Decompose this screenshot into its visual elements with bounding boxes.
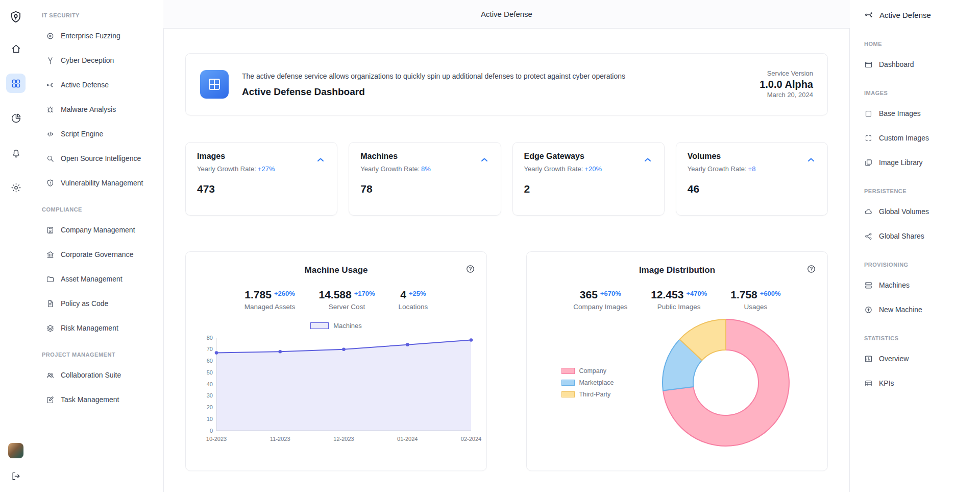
sidebar-item-enterprise-fuzzing[interactable]: Enterprise Fuzzing bbox=[42, 24, 159, 48]
rb-item-machines[interactable]: Machines bbox=[864, 273, 975, 297]
sidebar-item-label: Asset Management bbox=[61, 275, 122, 283]
section-title: PROJECT MANAGEMENT bbox=[42, 346, 159, 363]
sidebar-item-company-management[interactable]: Company Management bbox=[42, 218, 159, 242]
section-title: HOME bbox=[864, 36, 975, 52]
stat-card-title: Images bbox=[197, 152, 326, 161]
sidebar-item-malware-analysis[interactable]: Malware Analysis bbox=[42, 97, 159, 122]
sidebar-item-task-management[interactable]: Task Management bbox=[42, 387, 159, 412]
rb-item-label: Machines bbox=[879, 281, 910, 289]
legend-item-company[interactable]: Company bbox=[561, 367, 614, 374]
rb-item-custom-images[interactable]: Custom Images bbox=[864, 126, 975, 150]
machine-usage-line-chart: 0102030405060708010-202311-202312-202301… bbox=[198, 335, 474, 444]
stat-growth: Yearly Growth Rate:+20% bbox=[524, 165, 653, 173]
section-title: STATISTICS bbox=[864, 330, 975, 346]
sidebar-item-corporate-governance[interactable]: Corporate Governance bbox=[42, 242, 159, 267]
chart-stat-managed-assets: 1.785+260% Managed Assets bbox=[244, 289, 296, 311]
rb-item-base-images[interactable]: Base Images bbox=[864, 101, 975, 126]
user-avatar[interactable] bbox=[8, 443, 23, 458]
stat-growth-value: +20% bbox=[584, 165, 602, 173]
sidebar-item-script-engine[interactable]: Script Engine bbox=[42, 122, 159, 146]
rb-item-dashboard[interactable]: Dashboard bbox=[864, 52, 975, 77]
help-button[interactable] bbox=[806, 264, 816, 274]
policy-document-icon bbox=[46, 299, 55, 308]
svg-text:60: 60 bbox=[207, 358, 213, 364]
rb-item-overview[interactable]: Overview bbox=[864, 346, 975, 371]
stat-value: 1.785 bbox=[244, 289, 272, 301]
sidebar-item-label: Script Engine bbox=[61, 130, 103, 138]
legend-swatch bbox=[561, 391, 575, 397]
rb-item-label: New Machine bbox=[879, 306, 922, 314]
sidebar-item-open-source-intelligence[interactable]: Open Source Intelligence bbox=[42, 146, 159, 171]
sidebar-item-vulnerability-management[interactable]: Vulnerability Management bbox=[42, 171, 159, 195]
base-image-icon bbox=[864, 109, 873, 118]
chevron-up-icon bbox=[642, 155, 654, 165]
icon-rail bbox=[0, 0, 32, 492]
app-logo[interactable] bbox=[6, 7, 26, 27]
legend-item-third-party[interactable]: Third-Party bbox=[561, 391, 614, 398]
rail-settings-button[interactable] bbox=[6, 178, 26, 197]
sidebar-item-risk-management[interactable]: Risk Management bbox=[42, 316, 159, 340]
rail-notifications-button[interactable] bbox=[6, 143, 26, 162]
stat-value: 473 bbox=[197, 183, 326, 195]
rb-section-provisioning: PROVISIONING Machines New Machine bbox=[864, 256, 975, 322]
stat-label: Server Cost bbox=[318, 303, 375, 311]
sidebar-item-label: Company Management bbox=[61, 226, 135, 234]
image-library-icon bbox=[864, 158, 873, 167]
rail-home-button[interactable] bbox=[6, 39, 26, 58]
dashboard-grid-icon bbox=[207, 77, 222, 92]
rb-item-label: Image Library bbox=[879, 158, 923, 167]
legend-item-marketplace[interactable]: Marketplace bbox=[561, 379, 614, 386]
legend-label: Company bbox=[579, 367, 606, 374]
rb-item-label: Base Images bbox=[879, 109, 921, 118]
logout-button[interactable] bbox=[6, 466, 26, 486]
stat-label: Public Images bbox=[651, 303, 707, 311]
service-banner-badge bbox=[200, 70, 229, 99]
app-logo-icon bbox=[9, 10, 22, 24]
sidebar-item-policy-as-code[interactable]: Policy as Code bbox=[42, 291, 159, 316]
sidebar-item-asset-management[interactable]: Asset Management bbox=[42, 267, 159, 291]
service-banner-text: The active defense service allows organi… bbox=[242, 71, 746, 98]
page-title: Active Defense bbox=[481, 10, 532, 18]
main-header: Active Defense bbox=[163, 0, 850, 28]
stat-growth: Yearly Growth Rate:+27% bbox=[197, 165, 326, 173]
svg-text:02-2024: 02-2024 bbox=[461, 436, 481, 442]
sidebar-item-cyber-deception[interactable]: Cyber Deception bbox=[42, 48, 159, 73]
stat-collapse-button[interactable] bbox=[478, 155, 491, 165]
sidebar-item-collaboration-suite[interactable]: Collaboration Suite bbox=[42, 363, 159, 387]
stat-card-title: Volumes bbox=[688, 152, 816, 161]
company-building-icon bbox=[46, 226, 55, 235]
line-legend-machines[interactable]: Machines bbox=[198, 322, 474, 330]
stat-growth-label: Yearly Growth Rate: bbox=[197, 165, 256, 173]
global-shares-icon bbox=[864, 232, 873, 241]
rb-item-global-volumes[interactable]: Global Volumes bbox=[864, 199, 975, 224]
stat-value: 12.453 bbox=[651, 289, 683, 301]
stat-growth: Yearly Growth Rate:8% bbox=[360, 165, 489, 173]
help-button[interactable] bbox=[465, 264, 475, 274]
home-icon bbox=[11, 43, 21, 54]
content-panel: The active defense service allows organi… bbox=[163, 28, 850, 492]
sidebar-item-label: Vulnerability Management bbox=[61, 179, 143, 187]
rb-item-image-library[interactable]: Image Library bbox=[864, 150, 975, 175]
svg-text:50: 50 bbox=[207, 369, 213, 376]
legend-label: Marketplace bbox=[579, 379, 614, 386]
rb-item-kpis[interactable]: KPIs bbox=[864, 371, 975, 395]
stat-collapse-button[interactable] bbox=[314, 155, 327, 165]
stat-collapse-button[interactable] bbox=[805, 155, 817, 165]
section-title: PROVISIONING bbox=[864, 256, 975, 273]
stat-delta: +260% bbox=[274, 290, 295, 297]
rb-item-new-machine[interactable]: New Machine bbox=[864, 297, 975, 322]
sidebar-item-active-defense[interactable]: Active Defense bbox=[42, 73, 159, 97]
rail-apps-button[interactable] bbox=[6, 74, 26, 93]
rb-section-home: HOME Dashboard bbox=[864, 36, 975, 77]
stat-growth-label: Yearly Growth Rate: bbox=[360, 165, 420, 173]
sidebar-section-it-security: IT SECURITY Enterprise Fuzzing Cyber Dec… bbox=[42, 7, 159, 195]
legend-swatch bbox=[561, 368, 575, 374]
rail-analytics-button[interactable] bbox=[6, 108, 26, 128]
stat-collapse-button[interactable] bbox=[642, 155, 654, 165]
new-machine-plus-icon bbox=[864, 306, 873, 314]
chart-stats: 365+670% Company Images 12.453+470% Publ… bbox=[539, 289, 815, 311]
rb-item-global-shares[interactable]: Global Shares bbox=[864, 224, 975, 248]
rb-section-statistics: STATISTICS Overview KPIs bbox=[864, 330, 975, 395]
vulnerability-shield-icon bbox=[46, 179, 55, 188]
stats-row: Images Yearly Growth Rate:+27% 473 Machi… bbox=[185, 142, 828, 216]
